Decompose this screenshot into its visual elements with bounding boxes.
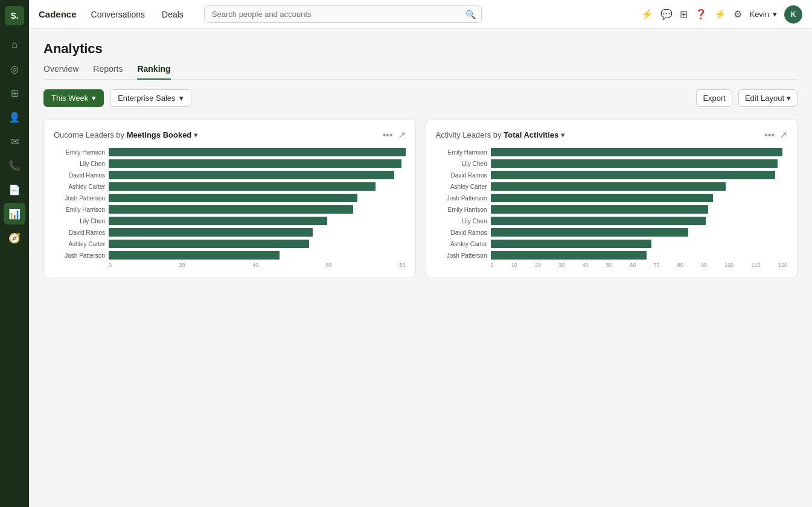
bar-track xyxy=(491,148,788,156)
chevron-down-icon[interactable]: ▾ xyxy=(194,130,198,139)
search-icon: 🔍 xyxy=(465,10,476,19)
chart-icon[interactable]: 📊 xyxy=(4,203,25,225)
axis-label: 110 xyxy=(752,262,761,268)
bar-track xyxy=(109,240,406,248)
bar-label: Josh Patterson xyxy=(436,252,487,259)
bar-row: Ashley Carter xyxy=(436,240,788,248)
nav-deals[interactable]: Deals xyxy=(159,10,186,19)
bar-fill xyxy=(491,171,775,179)
bar-track xyxy=(491,205,788,214)
chevron-down-icon: ▾ xyxy=(787,94,791,103)
bar-row: Lily Chen xyxy=(54,159,406,168)
chevron-down-icon: ▾ xyxy=(179,94,184,103)
person-icon[interactable]: 👤 xyxy=(4,106,25,128)
bar-fill xyxy=(109,171,394,179)
axis-label: 40 xyxy=(583,262,589,268)
this-week-filter[interactable]: This Week ▾ xyxy=(43,89,104,107)
search-input[interactable] xyxy=(204,5,482,23)
outcome-leaders-chart: Oucome Leaders by Meetings Booked ▾ ••• … xyxy=(43,119,416,278)
nav-conversations[interactable]: Conversations xyxy=(89,10,148,19)
bar-row: Ashley Carter xyxy=(54,240,406,248)
bar-fill xyxy=(109,217,327,225)
axis-label: 100 xyxy=(724,262,734,268)
bar-label: Emily Harrison xyxy=(54,149,105,156)
axis-label: 120 xyxy=(778,262,787,268)
chevron-down-icon[interactable]: ▾ xyxy=(561,130,565,139)
tab-ranking[interactable]: Ranking xyxy=(137,64,170,80)
more-icon[interactable]: ••• xyxy=(764,130,775,141)
avatar[interactable]: K xyxy=(784,5,802,24)
bar-label: Lily Chen xyxy=(54,218,105,225)
document-icon[interactable]: 📄 xyxy=(4,179,25,200)
bar-row: Ashley Carter xyxy=(436,182,788,191)
chat-icon[interactable]: 💬 xyxy=(660,8,673,20)
chevron-down-icon: ▾ xyxy=(773,10,777,19)
content-area: Analytics Overview Reports Ranking This … xyxy=(29,29,812,507)
bar-label: David Ramos xyxy=(436,172,487,179)
axis-label: 0 xyxy=(491,262,494,268)
tab-overview[interactable]: Overview xyxy=(43,64,78,80)
edit-layout-button[interactable]: Edit Layout ▾ xyxy=(738,89,798,107)
chart1-header: Oucome Leaders by Meetings Booked ▾ ••• … xyxy=(54,129,406,141)
more-icon[interactable]: ••• xyxy=(383,130,393,141)
axis-label: 20 xyxy=(179,262,185,268)
axis-label: 90 xyxy=(701,262,707,268)
tab-reports[interactable]: Reports xyxy=(93,64,123,80)
chart2-header: Activity Leaders by Total Activities ▾ •… xyxy=(436,129,788,141)
bar-fill xyxy=(109,182,376,191)
help-icon[interactable]: ❓ xyxy=(695,8,707,20)
topnav-right: ⚡ 💬 ⊞ ❓ ⚡ ⚙ Kevin ▾ K xyxy=(641,5,802,24)
bar-track xyxy=(109,217,406,225)
bar-track xyxy=(109,171,406,179)
bar-track xyxy=(109,182,406,191)
export-button[interactable]: Export xyxy=(696,89,732,107)
bar-row: Emily Harrison xyxy=(436,148,788,156)
axis-label: 50 xyxy=(606,262,612,268)
chart1-title: Oucome Leaders by Meetings Booked ▾ xyxy=(54,130,383,139)
bar-row: Emily Harrison xyxy=(54,205,406,214)
axis-label: 0 xyxy=(109,262,112,268)
bar-track xyxy=(491,240,788,248)
home-icon[interactable]: ⌂ xyxy=(4,34,25,56)
compass-icon[interactable]: 🧭 xyxy=(4,227,25,249)
bar-track xyxy=(491,171,788,179)
axis-label: 20 xyxy=(535,262,541,268)
expand-icon[interactable]: ↗ xyxy=(398,129,406,141)
enterprise-sales-filter[interactable]: Enterprise Sales ▾ xyxy=(110,89,191,107)
bar-row: David Ramos xyxy=(54,228,406,237)
axis-label: 60 xyxy=(326,262,332,268)
bar-row: David Ramos xyxy=(436,228,788,237)
axis-label: 40 xyxy=(252,262,258,268)
bar-fill xyxy=(109,228,313,237)
bar-label: Ashley Carter xyxy=(54,241,105,247)
settings-icon[interactable]: ⚙ xyxy=(734,8,742,20)
chart2-axis: 0102030405060708090100110120 xyxy=(491,262,788,268)
flash-icon[interactable]: ⚡ xyxy=(641,8,653,20)
sidebar: S. ⌂ ◎ ⊞ 👤 ✉ 📞 📄 📊 🧭 xyxy=(0,0,29,507)
bar-fill xyxy=(109,240,309,248)
bar-fill xyxy=(109,205,353,214)
bar-label: David Ramos xyxy=(54,229,105,236)
user-name: Kevin xyxy=(749,10,769,19)
bar-track xyxy=(491,217,788,225)
bar-fill xyxy=(109,251,280,260)
target-icon[interactable]: ◎ xyxy=(4,58,25,80)
mail-icon[interactable]: ✉ xyxy=(4,130,25,152)
user-menu[interactable]: Kevin ▾ xyxy=(749,10,777,19)
bar-fill xyxy=(491,217,706,225)
grid-icon[interactable]: ⊞ xyxy=(4,82,25,104)
bar-label: Ashley Carter xyxy=(54,183,105,190)
top-nav: Cadence Conversations Deals 🔍 ⚡ 💬 ⊞ ❓ ⚡ … xyxy=(29,0,812,29)
axis-label: 60 xyxy=(630,262,636,268)
bar-track xyxy=(109,159,406,168)
brand-logo[interactable]: S. xyxy=(5,6,24,25)
bar-row: David Ramos xyxy=(54,171,406,179)
bar-fill xyxy=(491,228,689,237)
bar-label: Ashley Carter xyxy=(436,241,487,247)
phone-icon[interactable]: 📞 xyxy=(4,155,25,176)
bar-track xyxy=(491,182,788,191)
apps-icon[interactable]: ⊞ xyxy=(680,8,688,20)
expand-icon[interactable]: ↗ xyxy=(779,129,787,141)
chart1-actions: ••• ↗ xyxy=(383,129,406,141)
lightning-icon[interactable]: ⚡ xyxy=(714,8,726,20)
